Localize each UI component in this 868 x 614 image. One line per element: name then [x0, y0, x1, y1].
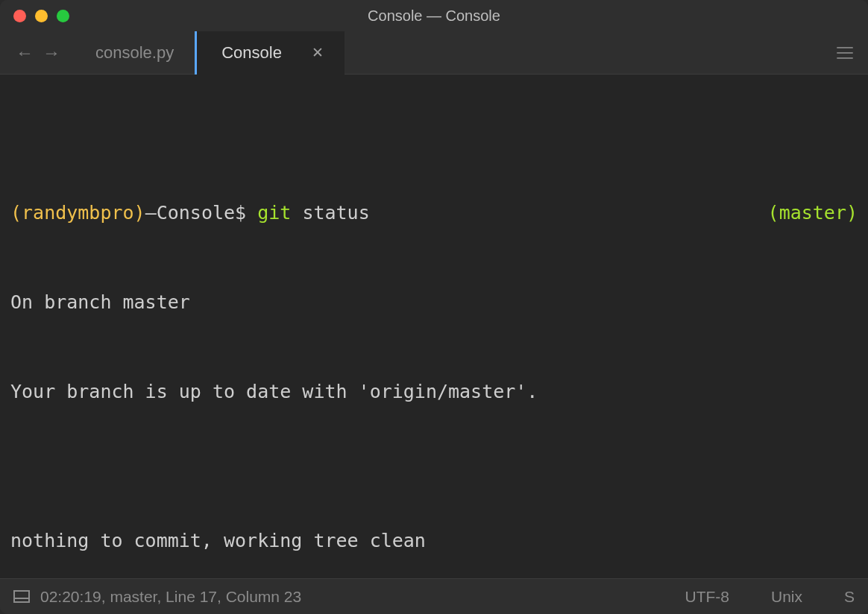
nav-forward-button[interactable]: →	[42, 43, 61, 63]
status-syntax[interactable]: S	[823, 588, 855, 606]
tab-label: console.py	[95, 43, 174, 63]
status-left[interactable]: 02:20:19, master, Line 17, Column 23	[40, 588, 301, 606]
terminal-view[interactable]: (randymbpro)–Console$ git status(master)…	[0, 75, 868, 578]
tab-bar: ← → console.py Console ✕	[0, 31, 868, 75]
output-line: Your branch is up to date with 'origin/m…	[10, 377, 858, 407]
output-line: nothing to commit, working tree clean	[10, 526, 858, 556]
status-lineending[interactable]: Unix	[750, 588, 823, 606]
close-tab-icon[interactable]: ✕	[312, 44, 324, 61]
command-arg: status	[291, 202, 369, 224]
status-bar: 02:20:19, master, Line 17, Column 23 UTF…	[0, 578, 868, 614]
window-title: Console — Console	[0, 7, 868, 25]
minimize-window-button[interactable]	[35, 10, 48, 22]
tab-console-py[interactable]: console.py	[69, 31, 195, 75]
output-line: On branch master	[10, 288, 858, 317]
prompt-dir: –Console$	[145, 202, 258, 224]
branch-indicator: (master)	[768, 198, 858, 228]
tab-console[interactable]: Console ✕	[195, 31, 345, 75]
app-window: Console — Console ← → console.py Console…	[0, 0, 868, 614]
close-window-button[interactable]	[13, 10, 26, 22]
tab-label: Console	[221, 43, 282, 63]
command-text: git	[257, 202, 291, 224]
prompt-host: (randymbpro)	[10, 202, 145, 224]
nav-back-button[interactable]: ←	[15, 43, 34, 63]
panel-icon[interactable]	[13, 590, 30, 603]
overflow-menu-icon[interactable]	[837, 47, 853, 59]
traffic-lights	[0, 10, 69, 22]
title-bar[interactable]: Console — Console	[0, 0, 868, 31]
zoom-window-button[interactable]	[57, 10, 69, 22]
status-encoding[interactable]: UTF-8	[664, 588, 750, 606]
prompt-line: (randymbpro)–Console$ git status(master)	[10, 198, 858, 228]
